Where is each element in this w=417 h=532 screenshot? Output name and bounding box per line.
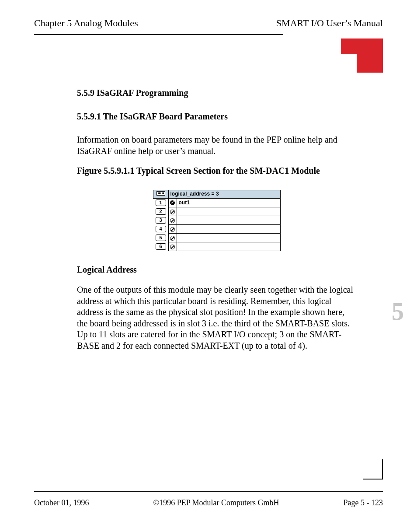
- intro-paragraph: Information on board parameters may be f…: [77, 134, 357, 157]
- chapter-thumb-number: 5: [392, 298, 404, 326]
- io-table: logical_address = 3 1 out1 2 3: [153, 190, 281, 252]
- not-connected-icon: [168, 207, 177, 216]
- svg-rect-5: [163, 192, 164, 194]
- logical-address-paragraph: One of the outputs of this module may be…: [77, 284, 357, 352]
- page-footer: October 01, 1996 ©1996 PEP Modular Compu…: [34, 488, 383, 508]
- not-connected-icon: [168, 216, 177, 225]
- header-rule-wrap: [34, 34, 383, 35]
- footer-page: Page 5 - 123: [344, 498, 383, 508]
- subsection-heading: 5.5.9.1 The ISaGRAF Board Parameters: [77, 111, 357, 122]
- footer-copyright: ©1996 PEP Modular Computers GmbH: [153, 498, 279, 508]
- row-value: [177, 216, 281, 225]
- figure-caption: Figure 5.5.9.1.1 Typical Screen Section …: [77, 165, 357, 177]
- row-number: 2: [153, 207, 169, 216]
- section-heading: 5.5.9 ISaGRAF Programming: [77, 88, 357, 99]
- row-value: [177, 225, 281, 234]
- not-connected-icon: [168, 242, 177, 251]
- svg-rect-2: [159, 192, 160, 194]
- row-value: [177, 207, 281, 216]
- red-corner-tab: [357, 38, 383, 73]
- io-row: 3: [153, 216, 281, 225]
- logical-address-header: logical_address = 3: [168, 190, 281, 198]
- row-value: out1: [177, 198, 281, 207]
- header-rule: [34, 34, 283, 35]
- row-number: 6: [153, 242, 169, 251]
- footer-rule: [34, 491, 383, 492]
- svg-rect-3: [160, 192, 161, 194]
- row-value: [177, 234, 281, 242]
- svg-rect-1: [158, 192, 159, 194]
- row-number: 4: [153, 225, 169, 234]
- page-header: Chapter 5 Analog Modules SMART I/O User’…: [34, 18, 383, 34]
- connected-icon: [168, 198, 177, 207]
- io-row: 2: [153, 207, 281, 216]
- io-row: 4: [153, 225, 281, 234]
- manual-title: SMART I/O User’s Manual: [276, 18, 383, 29]
- row-number: 1: [153, 198, 169, 207]
- svg-rect-4: [162, 192, 163, 194]
- module-icon: [153, 190, 169, 198]
- chapter-title: Chapter 5 Analog Modules: [34, 18, 138, 29]
- main-content: 5.5.9 ISaGRAF Programming 5.5.9.1 The IS…: [77, 88, 357, 352]
- io-table-header-row: logical_address = 3: [153, 190, 281, 198]
- row-number: 5: [153, 234, 169, 242]
- io-row: 1 out1: [153, 198, 281, 207]
- crop-mark: [363, 459, 383, 480]
- row-number: 3: [153, 216, 169, 225]
- not-connected-icon: [168, 234, 177, 242]
- not-connected-icon: [168, 225, 177, 234]
- figure-screenshot: logical_address = 3 1 out1 2 3: [153, 190, 281, 252]
- io-row: 5: [153, 234, 281, 242]
- logical-address-heading: Logical Address: [77, 264, 357, 276]
- footer-date: October 01, 1996: [34, 498, 89, 508]
- io-row: 6: [153, 242, 281, 251]
- row-value: [177, 242, 281, 251]
